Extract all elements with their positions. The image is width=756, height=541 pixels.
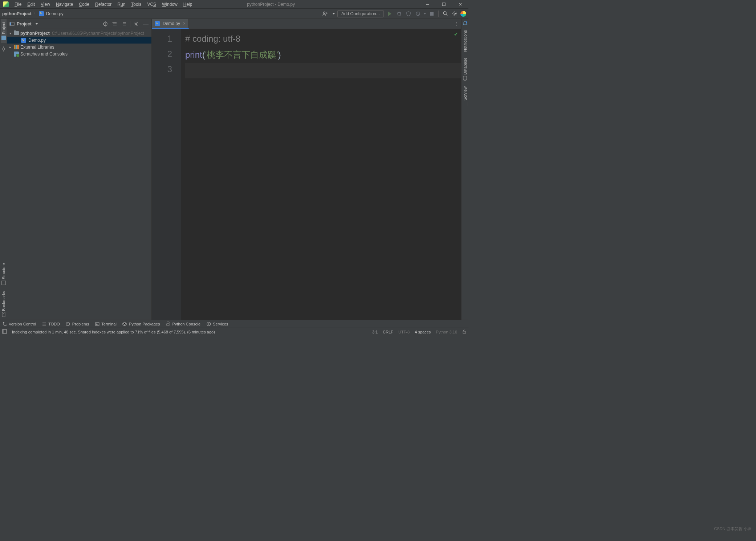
menu-navigate[interactable]: Navigate (53, 2, 76, 7)
rail-commit-icon[interactable] (1, 46, 6, 53)
close-button[interactable]: ✕ (452, 0, 468, 9)
status-message[interactable]: Indexing completed in 1 min, 48 sec. Sha… (12, 330, 215, 334)
project-view-icon (9, 22, 15, 26)
svg-point-3 (443, 12, 446, 15)
tree-scratches[interactable]: ▸ Scratches and Consoles (7, 50, 151, 57)
code-content[interactable]: # coding: utf-8 print('桃李不言下自成蹊') (181, 29, 461, 320)
status-line-sep[interactable]: CRLF (383, 330, 393, 334)
editor-area: Demo.py × ⋮ 1 2 3 # coding: utf-8 print(… (152, 19, 461, 320)
project-tool-window: Project — ▾ pythonProject C:\Users\86185… (7, 19, 152, 320)
locate-file-button[interactable] (102, 20, 109, 28)
status-toggle-toolwindows[interactable] (2, 329, 7, 335)
rail-structure-tab[interactable]: Structure (1, 260, 7, 288)
rail-project-tab[interactable]: Project (1, 19, 7, 43)
status-caret-pos[interactable]: 3:1 (372, 330, 378, 334)
project-panel-title[interactable]: Project (17, 21, 32, 26)
status-lock-icon[interactable] (462, 329, 466, 335)
rail-sciview-tab[interactable]: SciView (462, 83, 468, 109)
nav-toolbar: pythonProject 〉 Demo.py Add Configuratio… (0, 9, 468, 19)
svg-point-4 (454, 13, 455, 15)
main-area: Project Structure Bookmarks Project — ▾ … (0, 19, 468, 320)
python-file-icon (39, 11, 44, 16)
project-tree[interactable]: ▾ pythonProject C:\Users\86185\PycharmPr… (7, 29, 151, 320)
status-bar: Indexing completed in 1 min, 48 sec. Sha… (0, 328, 468, 336)
panel-settings-button[interactable] (133, 20, 140, 28)
pycharm-icon (3, 1, 9, 7)
run-button[interactable] (386, 10, 393, 17)
close-tab-button[interactable]: × (183, 21, 186, 26)
python-file-icon (155, 21, 160, 26)
svg-point-10 (463, 79, 467, 81)
svg-point-8 (135, 23, 137, 25)
tree-file-demo[interactable]: Demo.py (7, 37, 151, 44)
tw-services[interactable]: Services (206, 321, 228, 326)
left-tool-rail: Project Structure Bookmarks (0, 19, 7, 320)
debug-button[interactable] (395, 10, 403, 17)
tree-project-root[interactable]: ▾ pythonProject C:\Users\86185\PycharmPr… (7, 30, 151, 37)
tw-terminal[interactable]: Terminal (95, 321, 117, 326)
status-encoding[interactable]: UTF-8 (398, 330, 410, 334)
coverage-button[interactable] (405, 10, 412, 17)
tw-python-console[interactable]: Python Console (166, 321, 200, 326)
rail-notifications-icon[interactable] (463, 21, 468, 27)
scratches-icon (14, 52, 19, 57)
add-configuration-button[interactable]: Add Configuration... (337, 10, 384, 17)
menu-view[interactable]: View (38, 2, 53, 7)
menu-code[interactable]: Code (76, 2, 92, 7)
expand-all-button[interactable] (111, 20, 118, 28)
minimize-button[interactable]: ─ (419, 0, 436, 9)
hide-panel-button[interactable]: — (142, 20, 149, 28)
rail-database-tab[interactable]: Database (462, 55, 468, 83)
settings-button[interactable] (451, 10, 458, 17)
breadcrumb-sep: 〉 (33, 11, 37, 17)
editor-tabbar: Demo.py × ⋮ (152, 19, 461, 29)
project-view-dropdown[interactable] (35, 23, 38, 25)
tw-todo[interactable]: TODO (42, 321, 60, 326)
svg-point-5 (3, 48, 5, 50)
svg-rect-16 (463, 331, 466, 333)
tw-problems[interactable]: Problems (66, 321, 89, 326)
breadcrumb: pythonProject 〉 Demo.py (2, 11, 64, 17)
inspection-ok-icon[interactable]: ✔ (454, 31, 458, 37)
svg-rect-12 (95, 323, 99, 325)
folder-icon (14, 31, 19, 35)
tw-version-control[interactable]: Version Control (2, 321, 36, 326)
editor-tab-demo[interactable]: Demo.py × (152, 19, 189, 29)
stop-button[interactable] (428, 10, 435, 17)
svg-rect-15 (3, 329, 4, 333)
code-with-me-chevron[interactable] (332, 13, 335, 15)
status-indent[interactable]: 4 spaces (415, 330, 431, 334)
python-file-icon (21, 38, 26, 43)
menu-refactor[interactable]: Refactor (92, 2, 114, 7)
profile-button[interactable] (414, 10, 422, 17)
project-panel-header: Project — (7, 19, 151, 29)
maximize-button[interactable]: ☐ (436, 0, 452, 9)
ide-logo-icon[interactable] (460, 11, 466, 17)
rail-notifications-tab[interactable]: Notifications (462, 27, 468, 55)
search-everywhere-button[interactable] (442, 10, 449, 17)
bottom-tool-bar: Version Control TODO Problems Terminal P… (0, 320, 468, 328)
right-tool-rail: Notifications Database SciView (461, 19, 468, 320)
tree-external-libraries[interactable]: ▸ External Libraries (7, 44, 151, 50)
menu-file[interactable]: File (12, 2, 24, 7)
rail-bookmarks-tab[interactable]: Bookmarks (1, 288, 7, 320)
breadcrumb-file[interactable]: Demo.py (46, 11, 64, 16)
collapse-all-button[interactable] (121, 20, 128, 28)
svg-point-0 (323, 12, 325, 13)
menu-edit[interactable]: Edit (24, 2, 38, 7)
tw-python-packages[interactable]: Python Packages (122, 321, 160, 326)
titlebar: File Edit View Navigate Code Refactor Ru… (0, 0, 468, 9)
svg-point-9 (466, 21, 467, 23)
profile-chevron[interactable] (424, 13, 426, 15)
code-with-me-icon[interactable] (321, 10, 329, 17)
window-title: pythonProject - Demo.py (122, 2, 419, 7)
editor-gutter[interactable]: 1 2 3 (152, 29, 181, 320)
status-interpreter[interactable]: Python 3.10 (436, 330, 457, 334)
libraries-icon (14, 45, 19, 49)
breadcrumb-project[interactable]: pythonProject (2, 11, 32, 16)
tab-list-button[interactable]: ⋮ (452, 19, 461, 29)
svg-point-7 (105, 23, 106, 24)
code-editor[interactable]: 1 2 3 # coding: utf-8 print('桃李不言下自成蹊') … (152, 29, 461, 320)
